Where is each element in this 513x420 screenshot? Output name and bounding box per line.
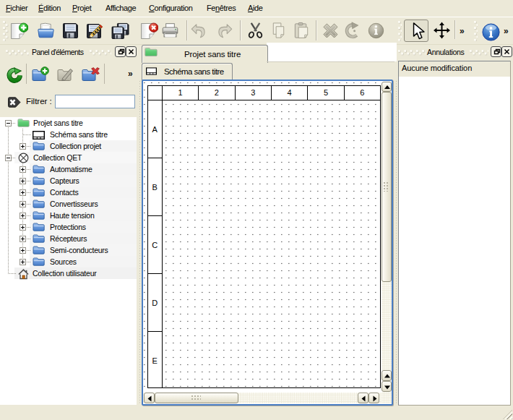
- svg-text:1: 1: [178, 88, 182, 97]
- svg-text:2: 2: [215, 88, 219, 97]
- svg-text:C: C: [152, 240, 158, 249]
- svg-text:A: A: [152, 124, 158, 133]
- svg-text:3: 3: [251, 88, 255, 97]
- svg-text:4: 4: [288, 88, 292, 97]
- svg-text:5: 5: [324, 88, 328, 97]
- svg-text:B: B: [152, 182, 158, 191]
- svg-text:6: 6: [360, 88, 364, 97]
- svg-text:D: D: [152, 298, 158, 307]
- svg-text:E: E: [152, 356, 158, 364]
